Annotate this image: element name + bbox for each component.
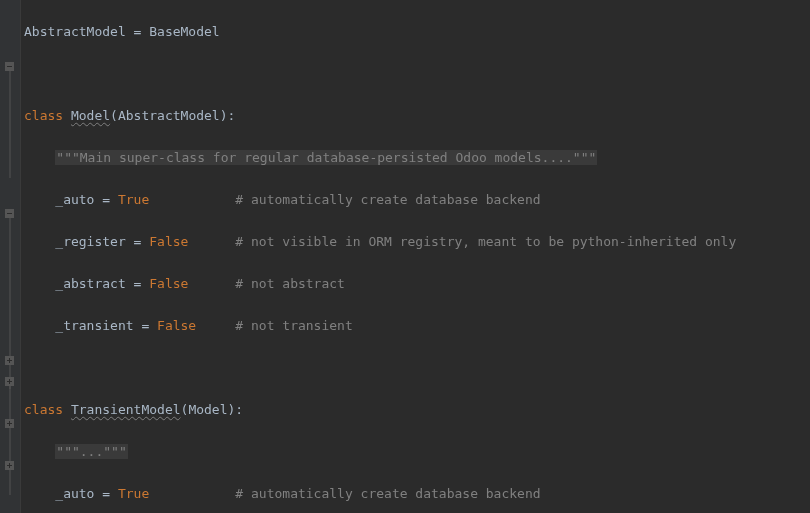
fold-toggle-collapsed-icon[interactable] (5, 419, 14, 428)
fold-toggle-icon[interactable] (5, 62, 14, 71)
editor-gutter (0, 0, 21, 513)
code-editor[interactable]: AbstractModel = BaseModel class Model(Ab… (20, 0, 810, 513)
code-line: AbstractModel = BaseModel (20, 21, 810, 42)
docstring: """...""" (20, 441, 810, 462)
code-line: _auto = True # automatically create data… (20, 483, 810, 504)
class-def: class Model(AbstractModel): (20, 105, 810, 126)
fold-toggle-collapsed-icon[interactable] (5, 461, 14, 470)
class-def: class TransientModel(Model): (20, 399, 810, 420)
blank-line (20, 357, 810, 378)
blank-line (20, 63, 810, 84)
code-line: _abstract = False # not abstract (20, 273, 810, 294)
code-line: _auto = True # automatically create data… (20, 189, 810, 210)
code-line: _transient = False # not transient (20, 315, 810, 336)
fold-toggle-collapsed-icon[interactable] (5, 377, 14, 386)
fold-toggle-icon[interactable] (5, 209, 14, 218)
fold-toggle-collapsed-icon[interactable] (5, 356, 14, 365)
docstring: """Main super-class for regular database… (20, 147, 810, 168)
code-line: _register = False # not visible in ORM r… (20, 231, 810, 252)
